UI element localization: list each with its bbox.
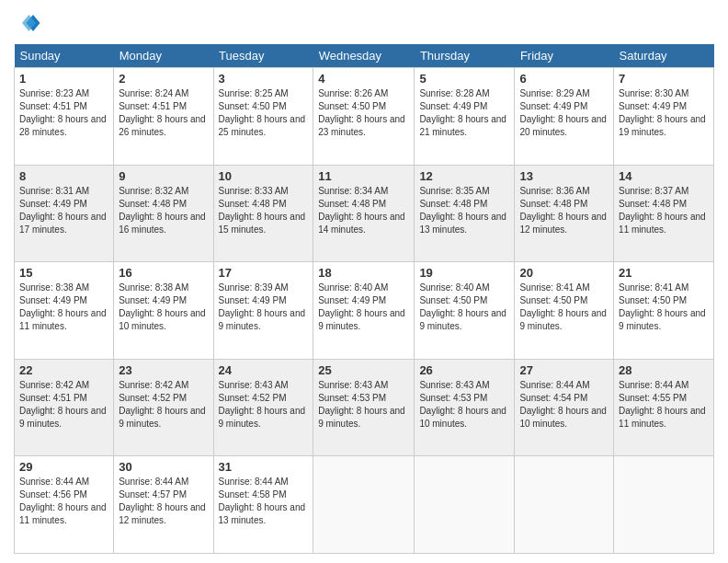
logo-icon — [14, 9, 41, 37]
day-info: Sunrise: 8:41 AMSunset: 4:50 PMDaylight:… — [619, 282, 709, 333]
calendar-header-saturday: Saturday — [614, 44, 714, 68]
calendar-cell — [415, 456, 515, 554]
calendar-cell: 30 Sunrise: 8:44 AMSunset: 4:57 PMDaylig… — [114, 456, 213, 554]
day-number: 22 — [19, 363, 108, 377]
day-info: Sunrise: 8:37 AMSunset: 4:48 PMDaylight:… — [619, 185, 709, 236]
calendar-cell: 22 Sunrise: 8:42 AMSunset: 4:51 PMDaylig… — [15, 359, 114, 456]
day-number: 11 — [318, 169, 409, 183]
day-number: 26 — [419, 363, 509, 377]
calendar-header-row: SundayMondayTuesdayWednesdayThursdayFrid… — [15, 44, 714, 68]
calendar-cell: 1 Sunrise: 8:23 AMSunset: 4:51 PMDayligh… — [15, 68, 114, 166]
day-info: Sunrise: 8:43 AMSunset: 4:53 PMDaylight:… — [419, 379, 509, 431]
day-number: 12 — [419, 169, 509, 183]
calendar-header-tuesday: Tuesday — [213, 44, 313, 68]
calendar-cell — [313, 456, 415, 554]
day-info: Sunrise: 8:31 AMSunset: 4:49 PMDaylight:… — [19, 185, 108, 236]
calendar-cell: 18 Sunrise: 8:40 AMSunset: 4:49 PMDaylig… — [313, 262, 415, 360]
day-number: 21 — [619, 266, 709, 280]
calendar-cell: 24 Sunrise: 8:43 AMSunset: 4:52 PMDaylig… — [213, 359, 313, 456]
day-number: 18 — [318, 266, 409, 280]
calendar-cell: 23 Sunrise: 8:42 AMSunset: 4:52 PMDaylig… — [114, 359, 213, 456]
calendar-cell — [614, 456, 714, 554]
day-number: 1 — [19, 72, 108, 86]
day-info: Sunrise: 8:25 AMSunset: 4:50 PMDaylight:… — [219, 87, 309, 139]
calendar-cell: 27 Sunrise: 8:44 AMSunset: 4:54 PMDaylig… — [515, 359, 614, 456]
calendar-cell: 15 Sunrise: 8:38 AMSunset: 4:49 PMDaylig… — [15, 262, 114, 360]
day-info: Sunrise: 8:36 AMSunset: 4:48 PMDaylight:… — [519, 185, 609, 236]
day-number: 25 — [318, 363, 409, 377]
calendar-cell: 17 Sunrise: 8:39 AMSunset: 4:49 PMDaylig… — [213, 262, 313, 360]
calendar-week-1: 1 Sunrise: 8:23 AMSunset: 4:51 PMDayligh… — [15, 68, 714, 166]
calendar-week-5: 29 Sunrise: 8:44 AMSunset: 4:56 PMDaylig… — [15, 456, 714, 554]
calendar-cell: 19 Sunrise: 8:40 AMSunset: 4:50 PMDaylig… — [415, 262, 515, 360]
calendar-cell: 12 Sunrise: 8:35 AMSunset: 4:48 PMDaylig… — [415, 165, 515, 262]
calendar-cell: 26 Sunrise: 8:43 AMSunset: 4:53 PMDaylig… — [415, 359, 515, 456]
day-number: 29 — [19, 460, 108, 474]
calendar-header-wednesday: Wednesday — [313, 44, 415, 68]
calendar-table: SundayMondayTuesdayWednesdayThursdayFrid… — [14, 44, 714, 554]
day-number: 23 — [119, 363, 208, 377]
day-info: Sunrise: 8:28 AMSunset: 4:49 PMDaylight:… — [419, 87, 509, 139]
calendar-header-friday: Friday — [515, 44, 614, 68]
calendar-cell: 11 Sunrise: 8:34 AMSunset: 4:48 PMDaylig… — [313, 165, 415, 262]
day-number: 17 — [219, 266, 309, 280]
calendar-week-3: 15 Sunrise: 8:38 AMSunset: 4:49 PMDaylig… — [15, 262, 714, 360]
day-info: Sunrise: 8:44 AMSunset: 4:58 PMDaylight:… — [219, 476, 309, 527]
day-info: Sunrise: 8:26 AMSunset: 4:50 PMDaylight:… — [318, 87, 409, 139]
calendar-cell: 3 Sunrise: 8:25 AMSunset: 4:50 PMDayligh… — [213, 68, 313, 166]
calendar-cell: 9 Sunrise: 8:32 AMSunset: 4:48 PMDayligh… — [114, 165, 213, 262]
day-info: Sunrise: 8:44 AMSunset: 4:57 PMDaylight:… — [119, 476, 208, 527]
day-info: Sunrise: 8:44 AMSunset: 4:54 PMDaylight:… — [519, 379, 609, 431]
day-info: Sunrise: 8:42 AMSunset: 4:51 PMDaylight:… — [19, 379, 108, 431]
day-info: Sunrise: 8:30 AMSunset: 4:49 PMDaylight:… — [619, 87, 709, 139]
calendar-week-4: 22 Sunrise: 8:42 AMSunset: 4:51 PMDaylig… — [15, 359, 714, 456]
calendar-cell: 16 Sunrise: 8:38 AMSunset: 4:49 PMDaylig… — [114, 262, 213, 360]
calendar-cell: 5 Sunrise: 8:28 AMSunset: 4:49 PMDayligh… — [415, 68, 515, 166]
day-info: Sunrise: 8:40 AMSunset: 4:49 PMDaylight:… — [318, 282, 409, 333]
day-info: Sunrise: 8:32 AMSunset: 4:48 PMDaylight:… — [119, 185, 208, 236]
calendar-week-2: 8 Sunrise: 8:31 AMSunset: 4:49 PMDayligh… — [15, 165, 714, 262]
calendar-cell: 31 Sunrise: 8:44 AMSunset: 4:58 PMDaylig… — [213, 456, 313, 554]
calendar-cell: 28 Sunrise: 8:44 AMSunset: 4:55 PMDaylig… — [614, 359, 714, 456]
day-number: 27 — [519, 363, 609, 377]
day-number: 9 — [119, 169, 208, 183]
day-info: Sunrise: 8:39 AMSunset: 4:49 PMDaylight:… — [219, 282, 309, 333]
day-info: Sunrise: 8:42 AMSunset: 4:52 PMDaylight:… — [119, 379, 208, 431]
calendar-cell: 25 Sunrise: 8:43 AMSunset: 4:53 PMDaylig… — [313, 359, 415, 456]
day-number: 14 — [619, 169, 709, 183]
calendar-cell: 29 Sunrise: 8:44 AMSunset: 4:56 PMDaylig… — [15, 456, 114, 554]
day-number: 20 — [519, 266, 609, 280]
day-info: Sunrise: 8:23 AMSunset: 4:51 PMDaylight:… — [19, 87, 108, 139]
day-info: Sunrise: 8:43 AMSunset: 4:52 PMDaylight:… — [219, 379, 309, 431]
day-number: 3 — [219, 72, 309, 86]
calendar-cell: 7 Sunrise: 8:30 AMSunset: 4:49 PMDayligh… — [614, 68, 714, 166]
calendar-cell: 6 Sunrise: 8:29 AMSunset: 4:49 PMDayligh… — [515, 68, 614, 166]
day-number: 7 — [619, 72, 709, 86]
day-number: 4 — [318, 72, 409, 86]
calendar-cell: 20 Sunrise: 8:41 AMSunset: 4:50 PMDaylig… — [515, 262, 614, 360]
day-number: 2 — [119, 72, 208, 86]
day-info: Sunrise: 8:34 AMSunset: 4:48 PMDaylight:… — [318, 185, 409, 236]
day-info: Sunrise: 8:38 AMSunset: 4:49 PMDaylight:… — [19, 282, 108, 333]
day-info: Sunrise: 8:24 AMSunset: 4:51 PMDaylight:… — [119, 87, 208, 139]
day-number: 6 — [519, 72, 609, 86]
calendar-cell: 10 Sunrise: 8:33 AMSunset: 4:48 PMDaylig… — [213, 165, 313, 262]
day-info: Sunrise: 8:44 AMSunset: 4:55 PMDaylight:… — [619, 379, 709, 431]
calendar-cell: 8 Sunrise: 8:31 AMSunset: 4:49 PMDayligh… — [15, 165, 114, 262]
day-info: Sunrise: 8:43 AMSunset: 4:53 PMDaylight:… — [318, 379, 409, 431]
logo — [14, 9, 46, 37]
day-info: Sunrise: 8:29 AMSunset: 4:49 PMDaylight:… — [519, 87, 609, 139]
day-number: 10 — [219, 169, 309, 183]
day-info: Sunrise: 8:38 AMSunset: 4:49 PMDaylight:… — [119, 282, 208, 333]
day-info: Sunrise: 8:35 AMSunset: 4:48 PMDaylight:… — [419, 185, 509, 236]
header — [14, 9, 714, 37]
day-number: 30 — [119, 460, 208, 474]
day-number: 24 — [219, 363, 309, 377]
calendar-cell: 4 Sunrise: 8:26 AMSunset: 4:50 PMDayligh… — [313, 68, 415, 166]
day-info: Sunrise: 8:33 AMSunset: 4:48 PMDaylight:… — [219, 185, 309, 236]
day-number: 13 — [519, 169, 609, 183]
page: SundayMondayTuesdayWednesdayThursdayFrid… — [0, 0, 728, 563]
day-number: 28 — [619, 363, 709, 377]
day-number: 5 — [419, 72, 509, 86]
calendar-header-thursday: Thursday — [415, 44, 515, 68]
